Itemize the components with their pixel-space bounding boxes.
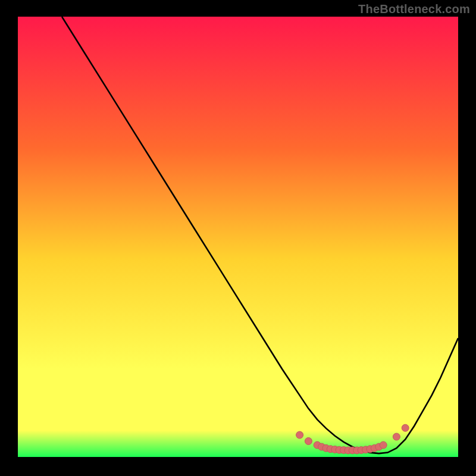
marker-point bbox=[402, 424, 409, 431]
chart-area bbox=[18, 17, 458, 457]
marker-point bbox=[393, 433, 400, 440]
credit-text: TheBottleneck.com bbox=[358, 2, 470, 16]
gradient-background bbox=[18, 17, 458, 457]
marker-point bbox=[380, 441, 387, 449]
marker-point bbox=[305, 437, 312, 444]
bottleneck-chart-svg bbox=[18, 17, 458, 457]
marker-point bbox=[296, 431, 303, 439]
